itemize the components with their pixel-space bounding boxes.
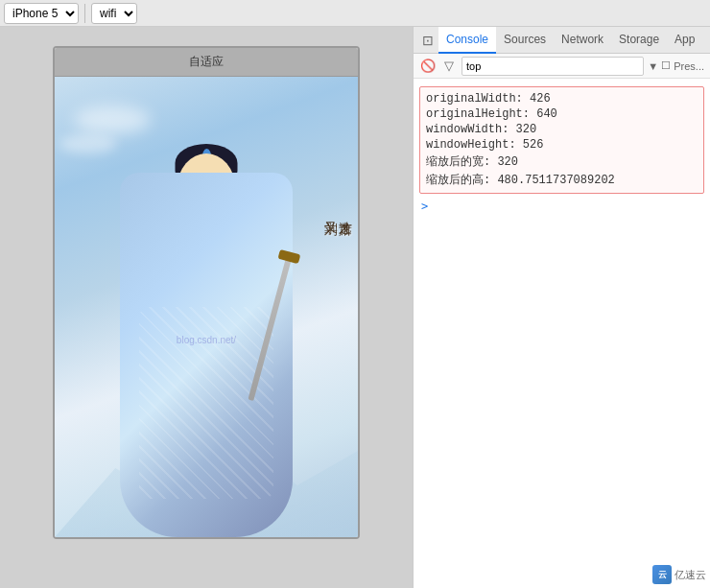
context-selector[interactable] xyxy=(462,57,644,76)
bottom-bar: 云 亿速云 xyxy=(652,565,706,584)
clear-console-icon[interactable]: 🚫 xyxy=(419,58,437,75)
brand-icon: 云 xyxy=(652,565,672,584)
device-panel: 自适应 xyxy=(0,27,413,588)
tab-app[interactable]: App xyxy=(667,27,702,54)
filter-icon[interactable]: ▽ xyxy=(440,58,458,75)
device-header: 自适应 xyxy=(55,48,358,77)
dropdown-icon[interactable]: ▼ xyxy=(648,60,658,72)
character-robe xyxy=(120,173,293,537)
tab-sources[interactable]: Sources xyxy=(496,27,554,54)
devtools-panel: ⊡ Console Sources Network Storage App 🚫 … xyxy=(413,27,710,588)
device-select[interactable]: iPhone 5 xyxy=(4,3,79,24)
console-line-2: originalHeight: 640 xyxy=(426,106,698,122)
main-layout: 自适应 xyxy=(0,27,710,588)
console-line-3: windowWidth: 320 xyxy=(426,122,698,137)
brand-name: 亿速云 xyxy=(674,568,706,582)
console-line-6: 缩放后的高: 480.7511737089202 xyxy=(426,171,698,189)
brand-logo: 云 亿速云 xyxy=(652,565,706,584)
console-output-block: originalWidth: 426 originalHeight: 640 w… xyxy=(419,86,704,194)
adaptive-label: 自适应 xyxy=(189,55,224,68)
watermark-text: blog.csdn.net/ xyxy=(177,335,236,345)
devtools-toolbar: 🚫 ▽ ▼ ☐ Pres... xyxy=(414,54,710,79)
toolbar-divider xyxy=(84,4,85,23)
cloud-2 xyxy=(59,134,117,153)
cloud-1 xyxy=(74,106,151,134)
device-content: 刘学又 萧逸才 blog.csdn.net/ 青云志 xyxy=(55,77,358,537)
console-output: originalWidth: 426 originalHeight: 640 w… xyxy=(414,79,710,588)
devtools-pointer-icon[interactable]: ⊡ xyxy=(417,30,438,51)
console-line-5: 缩放后的宽: 320 xyxy=(426,153,698,171)
device-frame: 自适应 xyxy=(53,46,360,539)
checkbox-icon[interactable]: ☐ xyxy=(661,59,671,72)
toolbar-right-actions: ▼ ☐ Pres... xyxy=(648,59,704,72)
tab-network[interactable]: Network xyxy=(554,27,611,54)
console-arrow: > xyxy=(414,198,710,215)
tab-storage[interactable]: Storage xyxy=(611,27,667,54)
top-toolbar: iPhone 5 wifi xyxy=(0,0,710,27)
tab-console[interactable]: Console xyxy=(438,27,496,54)
device-selector-group: iPhone 5 xyxy=(4,3,79,24)
console-line-1: originalWidth: 426 xyxy=(426,91,698,106)
devtools-tabs: ⊡ Console Sources Network Storage App xyxy=(414,27,710,54)
network-select[interactable]: wifi xyxy=(91,3,137,24)
preserve-log-label: Pres... xyxy=(674,60,704,72)
console-line-4: windowHeight: 526 xyxy=(426,137,698,153)
